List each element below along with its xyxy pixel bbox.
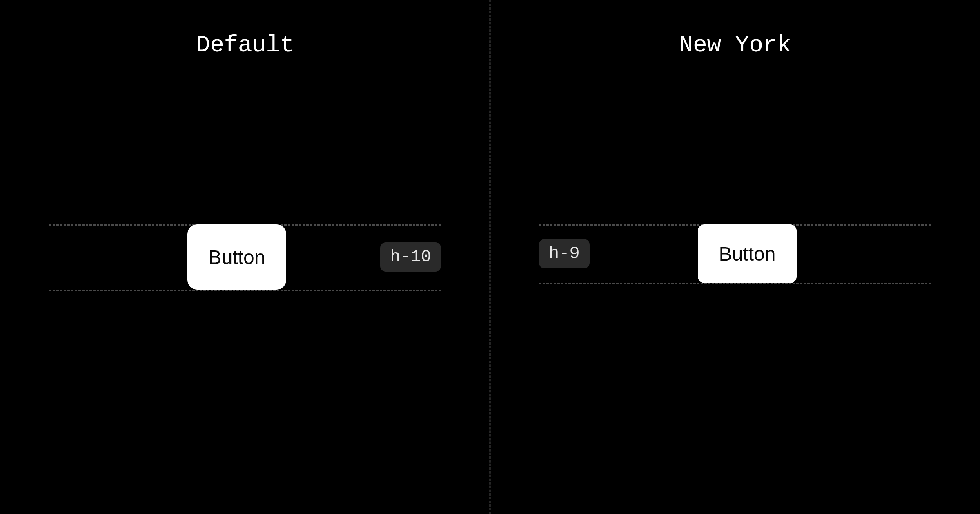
height-badge-default: h-10: [380, 242, 441, 272]
default-button[interactable]: Button: [187, 224, 287, 290]
newyork-style-panel: New York h-9 Button: [490, 0, 980, 514]
panel-title-default: Default: [196, 32, 294, 58]
height-badge-newyork: h-9: [539, 239, 590, 268]
default-style-panel: Default Button h-10: [0, 0, 490, 514]
button-demo-area-newyork: h-9 Button: [490, 224, 980, 283]
button-demo-area-default: Button h-10: [0, 224, 490, 290]
panel-title-newyork: New York: [679, 32, 791, 58]
guide-line-bottom: [539, 283, 931, 284]
newyork-button[interactable]: Button: [698, 224, 797, 283]
guide-line-bottom: [49, 290, 441, 291]
